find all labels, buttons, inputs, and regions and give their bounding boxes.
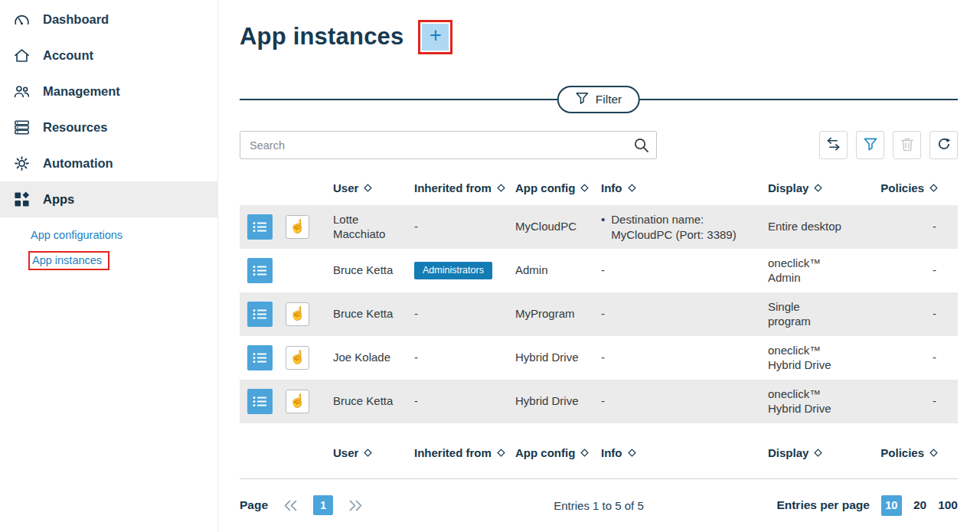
page-header: App instances + <box>240 18 958 55</box>
sidebar-item-account[interactable]: Account <box>0 38 217 73</box>
current-page-indicator[interactable]: 1 <box>313 495 333 515</box>
hand-pointer-icon: ☝ <box>289 305 305 321</box>
column-header-display[interactable]: Display <box>762 446 874 459</box>
sidebar-item-app-instances[interactable]: App instances <box>0 246 217 276</box>
sidebar-item-management[interactable]: Management <box>0 73 217 109</box>
column-header-inherited-from[interactable]: Inherited from <box>408 446 509 459</box>
hand-pointer-button[interactable]: ☝ <box>286 215 309 239</box>
sort-icon <box>929 184 938 192</box>
row-menu-button[interactable] <box>247 258 273 283</box>
display-cell: Entire desktop <box>762 220 874 234</box>
row-actions: ☝ <box>279 215 327 239</box>
annotation-red-box: App instances <box>28 251 109 270</box>
info-cell: - <box>595 351 762 365</box>
app-config-cell: Hybrid Drive <box>509 394 595 409</box>
entries-per-page-label: Entries per page <box>776 498 869 512</box>
column-label: App config <box>515 181 575 194</box>
table-row: ☝ Bruce Ketta - Hybrid Drive - oneclick™… <box>240 380 958 423</box>
hand-pointer-icon: ☝ <box>289 349 305 365</box>
column-header-info[interactable]: Info <box>595 181 762 194</box>
per-page-option-10[interactable]: 10 <box>881 495 902 516</box>
row-menu-button[interactable] <box>247 389 273 414</box>
user-cell: Bruce Ketta <box>327 263 408 278</box>
sidebar-item-automation[interactable]: Automation <box>0 145 217 181</box>
sub-item-label: App instances <box>32 254 102 266</box>
entries-summary: Entries 1 to 5 of 5 <box>554 499 644 512</box>
hand-pointer-button[interactable]: ☝ <box>286 302 309 326</box>
sidebar-item-resources[interactable]: Resources <box>0 109 217 145</box>
user-cell: Bruce Ketta <box>327 394 408 409</box>
per-page-option-100[interactable]: 100 <box>938 498 958 512</box>
page-title: App instances <box>240 23 403 51</box>
filter-button[interactable]: Filter <box>557 86 640 113</box>
info-cell: - <box>595 394 762 409</box>
sort-icon <box>497 449 505 457</box>
sort-icon <box>814 184 822 192</box>
column-header-inherited-from[interactable]: Inherited from <box>408 181 509 194</box>
sort-icon <box>814 449 822 457</box>
next-page-button[interactable] <box>348 500 363 511</box>
delete-button[interactable] <box>893 131 921 159</box>
column-label: Info <box>601 181 622 194</box>
app-root: Dashboard Account Management <box>0 0 980 532</box>
column-header-policies[interactable]: Policies <box>874 446 958 459</box>
column-header-info[interactable]: Info <box>595 446 762 459</box>
row-menu-button[interactable] <box>247 302 273 327</box>
column-header-app-config[interactable]: App config <box>509 446 595 459</box>
sidebar-item-apps[interactable]: Apps <box>0 181 217 217</box>
display-cell: oneclick™ Hybrid Drive <box>762 344 874 373</box>
sidebar-item-dashboard[interactable]: Dashboard <box>0 2 217 38</box>
row-actions <box>240 345 279 370</box>
user-cell: Lotte Macchiato <box>327 213 408 242</box>
app-instances-card: User Inherited from App config Info Disp… <box>240 131 958 521</box>
double-chevron-right-icon <box>348 500 363 511</box>
list-icon <box>253 308 267 320</box>
column-label: Display <box>768 446 808 459</box>
double-chevron-left-icon <box>283 500 298 511</box>
list-icon <box>253 265 267 276</box>
sort-icon <box>628 184 636 192</box>
sidebar-item-app-configurations[interactable]: App configurations <box>0 224 217 246</box>
row-actions <box>240 258 279 283</box>
table-action-buttons <box>819 131 958 159</box>
filter-table-button[interactable] <box>856 131 884 159</box>
sort-icon <box>580 184 589 192</box>
search-icon <box>633 137 649 156</box>
home-icon <box>11 47 31 64</box>
column-header-display[interactable]: Display <box>762 181 874 194</box>
table-toolbar <box>240 131 958 159</box>
search-input[interactable] <box>240 131 657 159</box>
per-page-option-20[interactable]: 20 <box>913 498 926 512</box>
column-header-user[interactable]: User <box>327 446 408 459</box>
user-cell: Joe Kolade <box>327 351 408 365</box>
sort-icon <box>580 449 589 457</box>
column-label: Inherited from <box>414 446 492 459</box>
policies-cell: - <box>874 307 958 321</box>
previous-page-button[interactable] <box>283 500 298 511</box>
sort-icon <box>497 184 505 192</box>
row-menu-button[interactable] <box>247 345 273 370</box>
swap-columns-button[interactable] <box>819 131 848 159</box>
policies-cell: - <box>874 263 958 278</box>
column-label: Inherited from <box>414 181 492 194</box>
table-row: ☝ Bruce Ketta - MyProgram - Single progr… <box>240 292 958 336</box>
column-label: App config <box>515 446 575 459</box>
inherited-from-cell: - <box>408 307 509 321</box>
row-menu-button[interactable] <box>247 214 273 240</box>
hand-pointer-button[interactable]: ☝ <box>286 346 309 370</box>
refresh-button[interactable] <box>929 131 958 159</box>
app-config-cell: MyCloudPC <box>509 220 595 234</box>
app-config-cell: MyProgram <box>509 307 595 321</box>
sidebar-item-label: Resources <box>43 120 107 135</box>
swap-arrows-icon <box>826 137 841 153</box>
sort-icon <box>929 449 938 457</box>
info-text: Destination name: MyCloudPC (Port: 3389) <box>611 212 740 242</box>
list-icon <box>253 221 267 233</box>
column-header-app-config[interactable]: App config <box>509 181 595 194</box>
column-header-policies[interactable]: Policies <box>874 181 958 194</box>
add-app-instance-button[interactable]: + <box>422 24 449 51</box>
column-header-user[interactable]: User <box>327 181 408 194</box>
administrators-badge: Administrators <box>414 262 492 280</box>
hand-pointer-button[interactable]: ☝ <box>286 390 309 413</box>
filter-button-label: Filter <box>596 93 622 106</box>
